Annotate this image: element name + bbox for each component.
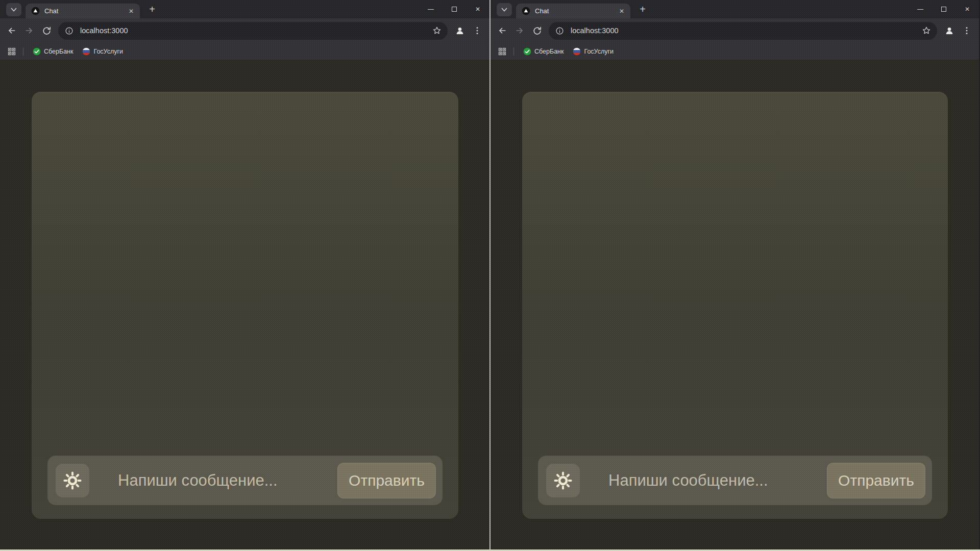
bookmark-gosuslugi[interactable]: ГосУслуги	[78, 45, 128, 58]
back-button[interactable]	[494, 22, 510, 39]
tab-close-icon[interactable]: ✕	[617, 7, 626, 16]
theme-toggle-button[interactable]	[546, 464, 580, 497]
info-icon	[555, 27, 564, 35]
forward-arrow-icon	[24, 26, 34, 36]
bookmark-label: ГосУслуги	[584, 48, 614, 55]
url-text[interactable]: localhost:3000	[80, 27, 430, 35]
bookmarks-bar: СберБанк ГосУслуги	[0, 43, 489, 60]
theme-toggle-button[interactable]	[56, 464, 89, 497]
browser-toolbar: localhost:3000	[491, 18, 979, 43]
message-input[interactable]	[118, 471, 337, 490]
address-bar[interactable]: localhost:3000	[549, 22, 937, 40]
browser-window-right: Chat ✕ + — ✕	[489, 0, 979, 549]
bookmark-label: ГосУслуги	[93, 48, 123, 55]
apps-grid-button[interactable]	[496, 45, 509, 58]
chat-page: Отправить	[0, 60, 489, 549]
send-button[interactable]: Отправить	[337, 463, 436, 498]
profile-button[interactable]	[941, 22, 958, 39]
browser-window-left: Chat ✕ + — ✕	[0, 0, 489, 549]
kebab-menu-icon	[473, 27, 481, 35]
sun-icon	[553, 471, 573, 490]
site-info-button[interactable]	[62, 24, 76, 37]
chevron-down-icon	[10, 7, 17, 12]
bookmarks-bar: СберБанк ГосУслуги	[491, 43, 979, 60]
window-close-button[interactable]: ✕	[466, 0, 489, 18]
desktop: Chat ✕ + — ✕	[0, 0, 980, 549]
apps-grid-button[interactable]	[5, 45, 18, 58]
apps-grid-icon	[498, 47, 506, 56]
browser-toolbar: localhost:3000	[0, 18, 489, 43]
browser-menu-button[interactable]	[959, 22, 975, 39]
gosuslugi-icon	[82, 47, 90, 56]
reload-button[interactable]	[38, 22, 55, 39]
kebab-menu-icon	[963, 27, 971, 35]
tab-search-button[interactable]	[6, 3, 21, 16]
tab-title: Chat	[44, 7, 127, 15]
forward-button[interactable]	[21, 22, 37, 39]
bookmarks-separator	[23, 47, 23, 56]
chat-favicon-icon	[31, 7, 40, 15]
chat-favicon-icon	[522, 7, 530, 15]
window-controls: — ✕	[419, 0, 489, 18]
chevron-down-icon	[501, 7, 508, 12]
bookmark-label: СберБанк	[44, 48, 73, 55]
gosuslugi-icon	[573, 47, 581, 56]
new-tab-button[interactable]: +	[145, 2, 159, 16]
star-icon	[922, 26, 931, 35]
message-composer: Отправить	[538, 456, 932, 505]
bookmark-star-button[interactable]	[430, 24, 444, 37]
back-arrow-icon	[7, 26, 17, 36]
bookmark-star-button[interactable]	[920, 24, 933, 37]
sberbank-icon	[523, 47, 531, 56]
message-input[interactable]	[608, 471, 827, 490]
send-button[interactable]: Отправить	[827, 463, 925, 498]
reload-button[interactable]	[529, 22, 545, 39]
tab-close-icon[interactable]: ✕	[127, 7, 136, 16]
avatar-icon	[944, 25, 955, 36]
chat-container: Отправить	[32, 92, 458, 519]
window-minimize-button[interactable]: —	[419, 0, 443, 18]
avatar-icon	[454, 25, 465, 36]
message-composer: Отправить	[47, 456, 443, 505]
chat-container: Отправить	[522, 92, 948, 519]
maximize-icon	[941, 7, 946, 12]
window-minimize-button[interactable]: —	[909, 0, 932, 18]
site-info-button[interactable]	[553, 24, 566, 37]
address-bar[interactable]: localhost:3000	[58, 22, 448, 40]
sun-icon	[63, 471, 82, 490]
bookmark-sberbank[interactable]: СберБанк	[519, 45, 568, 58]
new-tab-button[interactable]: +	[635, 2, 650, 16]
apps-grid-icon	[8, 47, 16, 56]
window-maximize-button[interactable]	[932, 0, 955, 18]
tab-strip: Chat ✕ + — ✕	[0, 0, 489, 18]
reload-icon	[532, 26, 542, 36]
window-close-button[interactable]: ✕	[955, 0, 979, 18]
tab-title: Chat	[535, 7, 617, 15]
sberbank-icon	[33, 47, 41, 56]
bookmarks-separator	[513, 47, 514, 56]
window-maximize-button[interactable]	[443, 0, 466, 18]
forward-arrow-icon	[514, 26, 525, 36]
bookmark-gosuslugi[interactable]: ГосУслуги	[568, 45, 618, 58]
star-icon	[432, 26, 442, 35]
bookmark-label: СберБанк	[534, 48, 564, 55]
window-controls: — ✕	[909, 0, 979, 18]
back-button[interactable]	[4, 22, 20, 39]
tab-chat[interactable]: Chat ✕	[516, 4, 630, 18]
reload-icon	[42, 26, 52, 36]
chat-page: Отправить	[491, 60, 979, 549]
tab-chat[interactable]: Chat ✕	[26, 4, 140, 18]
forward-button[interactable]	[511, 22, 528, 39]
url-text[interactable]: localhost:3000	[571, 27, 920, 35]
tab-search-button[interactable]	[497, 3, 512, 16]
profile-button[interactable]	[452, 22, 468, 39]
back-arrow-icon	[497, 26, 507, 36]
maximize-icon	[452, 7, 457, 12]
info-icon	[65, 27, 74, 35]
tab-strip: Chat ✕ + — ✕	[491, 0, 979, 18]
browser-menu-button[interactable]	[469, 22, 485, 39]
bookmark-sberbank[interactable]: СберБанк	[28, 45, 78, 58]
